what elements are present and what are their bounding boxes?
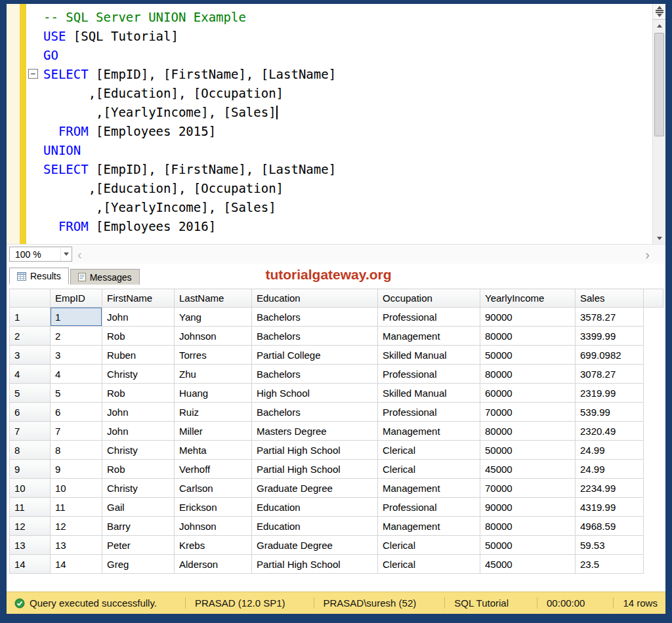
editor-vertical-scrollbar[interactable] — [652, 4, 665, 244]
grid-cell[interactable]: Krebs — [175, 536, 252, 555]
grid-cell[interactable]: 45000 — [480, 460, 576, 479]
grid-cell[interactable]: 3078.27 — [576, 365, 644, 384]
grid-cell[interactable]: 3578.27 — [576, 308, 644, 327]
row-header[interactable]: 10 — [10, 479, 51, 498]
row-header[interactable]: 14 — [10, 555, 51, 574]
grid-cell[interactable]: Johnson — [175, 517, 252, 536]
grid-cell[interactable]: 23.5 — [576, 555, 644, 574]
grid-cell[interactable]: 45000 — [480, 555, 576, 574]
grid-cell[interactable]: Yang — [175, 308, 252, 327]
grid-cell[interactable]: Gail — [102, 498, 175, 517]
grid-cell[interactable]: 7 — [51, 422, 102, 441]
grid-cell[interactable]: Professional — [378, 403, 480, 422]
zoom-selector[interactable]: 100 % — [9, 247, 72, 262]
grid-cell[interactable]: Professional — [378, 308, 480, 327]
grid-cell[interactable]: Zhu — [175, 365, 252, 384]
grid-cell[interactable]: Professional — [378, 365, 480, 384]
grid-cell[interactable]: Management — [378, 327, 480, 346]
row-header[interactable]: 7 — [10, 422, 51, 441]
grid-cell[interactable]: Management — [378, 422, 480, 441]
row-header[interactable]: 12 — [10, 517, 51, 536]
grid-cell[interactable]: Partial High School — [252, 460, 378, 479]
scroll-down-button[interactable] — [653, 232, 665, 244]
grid-cell[interactable]: Christy — [102, 365, 175, 384]
grid-cell[interactable]: Ruben — [102, 346, 175, 365]
row-header[interactable]: 3 — [10, 346, 51, 365]
query-editor[interactable]: -- SQL Server UNION ExampleUSE [SQL Tuto… — [7, 4, 665, 244]
grid-cell[interactable]: Rob — [102, 327, 175, 346]
grid-cell[interactable]: 2234.99 — [576, 479, 644, 498]
grid-cell[interactable]: Skilled Manual — [378, 384, 480, 403]
grid-cell[interactable]: 80000 — [480, 365, 576, 384]
grid-cell[interactable]: Partial High School — [252, 441, 378, 460]
grid-cell[interactable]: Management — [378, 517, 480, 536]
grid-cell[interactable]: 90000 — [480, 498, 576, 517]
grid-cell[interactable]: Graduate Degree — [252, 536, 378, 555]
grid-cell[interactable]: Graduate Degree — [252, 479, 378, 498]
grid-cell[interactable]: Management — [378, 479, 480, 498]
grid-cell[interactable]: Miller — [175, 422, 252, 441]
tab-results[interactable]: Results — [9, 268, 69, 285]
column-header-education[interactable]: Education — [252, 289, 378, 308]
grid-cell[interactable]: 13 — [51, 536, 102, 555]
scroll-right-button[interactable]: › — [640, 248, 655, 261]
tab-messages[interactable]: Messages — [70, 269, 140, 285]
sql-code[interactable]: -- SQL Server UNION ExampleUSE [SQL Tuto… — [26, 4, 652, 244]
grid-cell[interactable]: 80000 — [480, 422, 576, 441]
grid-cell[interactable]: Bachelors — [252, 327, 378, 346]
grid-cell[interactable]: Barry — [102, 517, 175, 536]
grid-cell[interactable]: Clerical — [378, 460, 480, 479]
scroll-up-button[interactable] — [653, 20, 665, 31]
grid-cell[interactable]: Christy — [102, 441, 175, 460]
grid-cell[interactable]: 90000 — [480, 308, 576, 327]
grid-cell[interactable]: Clerical — [378, 441, 480, 460]
grid-cell[interactable]: 50000 — [480, 536, 576, 555]
row-header[interactable]: 2 — [10, 327, 51, 346]
column-header-firstname[interactable]: FirstName — [102, 289, 175, 308]
grid-cell[interactable]: 4 — [51, 365, 102, 384]
grid-cell[interactable]: Education — [252, 498, 378, 517]
grid-cell[interactable]: 24.99 — [576, 460, 644, 479]
grid-cell[interactable]: Alderson — [175, 555, 252, 574]
grid-cell[interactable]: 9 — [51, 460, 102, 479]
grid-cell[interactable]: 4319.99 — [576, 498, 644, 517]
column-header-sales[interactable]: Sales — [576, 289, 644, 308]
grid-cell[interactable]: Clerical — [378, 555, 480, 574]
scrollbar-thumb[interactable] — [654, 33, 664, 136]
grid-corner-cell[interactable] — [10, 289, 51, 308]
grid-cell[interactable]: Christy — [102, 479, 175, 498]
row-header[interactable]: 8 — [10, 441, 51, 460]
grid-cell[interactable]: 59.53 — [576, 536, 644, 555]
grid-cell[interactable]: Rob — [102, 384, 175, 403]
grid-cell[interactable]: Johnson — [175, 327, 252, 346]
grid-cell[interactable]: Greg — [102, 555, 175, 574]
grid-cell[interactable]: Peter — [102, 536, 175, 555]
row-header[interactable]: 4 — [10, 365, 51, 384]
grid-cell[interactable]: Partial High School — [252, 555, 378, 574]
grid-cell[interactable]: Verhoff — [175, 460, 252, 479]
grid-cell[interactable]: 8 — [51, 441, 102, 460]
row-header[interactable]: 5 — [10, 384, 51, 403]
grid-cell[interactable]: Mehta — [175, 441, 252, 460]
column-header-lastname[interactable]: LastName — [175, 289, 252, 308]
row-header[interactable]: 13 — [10, 536, 51, 555]
grid-cell[interactable]: Clerical — [378, 536, 480, 555]
grid-cell[interactable]: 50000 — [480, 346, 576, 365]
grid-cell[interactable]: 60000 — [480, 384, 576, 403]
grid-cell[interactable]: Bachelors — [252, 403, 378, 422]
grid-cell[interactable]: Masters Degree — [252, 422, 378, 441]
grid-cell[interactable]: 3399.99 — [576, 327, 644, 346]
grid-cell[interactable]: John — [102, 403, 175, 422]
grid-cell[interactable]: 12 — [51, 517, 102, 536]
column-header-yearlyincome[interactable]: YearlyIncome — [480, 289, 576, 308]
column-header-empid[interactable]: EmpID — [51, 289, 102, 308]
grid-cell[interactable]: Huang — [175, 384, 252, 403]
column-header-occupation[interactable]: Occupation — [378, 289, 480, 308]
grid-cell[interactable]: 3 — [51, 346, 102, 365]
grid-cell[interactable]: Education — [252, 517, 378, 536]
grid-cell[interactable]: 699.0982 — [576, 346, 644, 365]
grid-cell[interactable]: 2320.49 — [576, 422, 644, 441]
row-header[interactable]: 11 — [10, 498, 51, 517]
grid-cell[interactable]: 24.99 — [576, 441, 644, 460]
scroll-left-button[interactable]: ‹ — [72, 248, 87, 261]
